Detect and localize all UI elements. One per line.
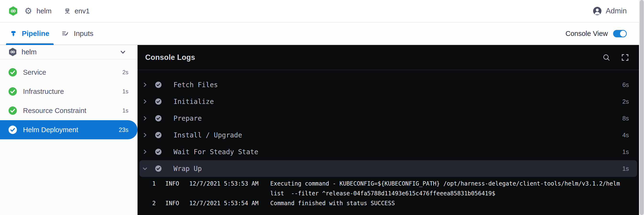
sidebar-item-helm-deployment[interactable]: Helm Deployment 23s (0, 120, 138, 139)
step-row-fetch-files[interactable]: Fetch Files 6s (140, 76, 637, 93)
stage-hexagon-icon (8, 48, 17, 56)
chevron-right-icon[interactable] (142, 98, 148, 105)
toggle-knob (620, 31, 626, 37)
page-scrollbar[interactable] (639, 0, 644, 215)
sidebar-item-label: Service (23, 68, 46, 76)
harness-logo-icon[interactable] (8, 6, 18, 16)
step-duration: 1s (622, 165, 629, 172)
step-name: Wrap Up (174, 165, 202, 173)
fullscreen-button[interactable] (621, 53, 630, 62)
log-level: INFO (165, 179, 182, 189)
step-duration: 6s (622, 81, 629, 89)
step-duration: 2s (622, 98, 629, 105)
log-line-number: 2 (150, 199, 156, 208)
step-name: Initialize (174, 98, 214, 106)
step-row-install-upgrade[interactable]: Install / Upgrade 4s (140, 127, 637, 143)
search-icon (602, 53, 611, 62)
sidebar-item-duration: 1s (122, 107, 128, 114)
success-check-icon (8, 87, 17, 96)
success-check-icon (8, 68, 17, 77)
user-menu[interactable]: Admin (593, 6, 627, 15)
success-check-icon (8, 125, 17, 134)
sidebar-item-label: Helm Deployment (23, 126, 78, 134)
sidebar-item-label: Infrastructure (23, 88, 64, 96)
step-name: Prepare (174, 114, 202, 122)
step-row-prepare[interactable]: Prepare 8s (140, 110, 637, 127)
tab-bar: Pipeline Inputs Console View (0, 22, 644, 45)
step-row-initialize[interactable]: Initialize 2s (140, 93, 637, 110)
console-header: Console Logs (138, 45, 639, 70)
step-list: Fetch Files 6s Initialize 2s (138, 70, 639, 177)
step-success-icon (155, 165, 162, 172)
stage-title: helm (22, 48, 37, 56)
log-timestamp: 12/7/2021 5:53:53 AM (189, 179, 262, 189)
log-message: Command finished with status SUCCESS (270, 199, 630, 208)
inputs-icon (61, 30, 68, 37)
step-row-wrap-up[interactable]: Wrap Up 1s (140, 160, 637, 177)
log-message: Executing command - KUBECONFIG=${KUBECON… (270, 179, 630, 199)
environment-icon (64, 7, 71, 14)
search-button[interactable] (602, 53, 611, 62)
stage-header[interactable]: helm (0, 45, 138, 59)
chevron-down-icon[interactable] (119, 48, 126, 55)
step-name: Fetch Files (174, 81, 218, 89)
console-title: Console Logs (145, 53, 195, 62)
chevron-right-icon[interactable] (142, 82, 148, 88)
top-bar: ⚙ helm env1 (0, 0, 644, 22)
step-success-icon (155, 115, 162, 122)
step-duration: 1s (622, 148, 629, 156)
tab-inputs-label: Inputs (74, 29, 94, 38)
environment-breadcrumb[interactable]: env1 (64, 7, 90, 15)
log-level: INFO (165, 199, 182, 208)
step-name: Wait For Steady State (174, 148, 258, 156)
chevron-right-icon[interactable] (142, 149, 148, 155)
log-line: 1 INFO 12/7/2021 5:53:53 AM Executing co… (150, 179, 639, 199)
sidebar-item-label: Resource Constraint (23, 107, 86, 115)
chevron-right-icon[interactable] (142, 115, 148, 121)
avatar-icon (593, 6, 602, 15)
tab-inputs[interactable]: Inputs (57, 22, 98, 44)
step-success-icon (155, 98, 162, 105)
step-success-icon (155, 131, 162, 139)
chevron-right-icon[interactable] (142, 132, 148, 138)
step-duration: 4s (622, 131, 629, 139)
environment-name: env1 (74, 7, 90, 15)
console-panel: Console Logs (138, 45, 639, 215)
step-row-wait-for-steady-state[interactable]: Wait For Steady State 1s (140, 143, 637, 160)
sidebar-item-resource-constraint[interactable]: Resource Constraint 1s (0, 101, 138, 120)
tab-pipeline[interactable]: Pipeline (6, 22, 54, 44)
log-timestamp: 12/7/2021 5:53:54 AM (189, 199, 262, 208)
tab-pipeline-label: Pipeline (22, 29, 49, 38)
step-duration: 8s (622, 115, 629, 122)
step-name: Install / Upgrade (174, 131, 242, 139)
sidebar-item-duration: 23s (119, 126, 128, 133)
gear-icon[interactable]: ⚙ (24, 7, 32, 15)
log-line: 2 INFO 12/7/2021 5:53:54 AM Command fini… (150, 199, 639, 208)
console-view-label: Console View (566, 30, 608, 38)
sidebar-item-service[interactable]: Service 2s (0, 63, 138, 82)
sidebar-item-duration: 2s (122, 69, 128, 76)
project-breadcrumb[interactable]: helm (36, 7, 52, 15)
sidebar-item-infrastructure[interactable]: Infrastructure 1s (0, 82, 138, 101)
stage-sidebar: helm Service 2s Infras (0, 45, 138, 215)
console-view-toggle[interactable] (613, 30, 627, 37)
log-line-number: 1 (150, 179, 156, 189)
pipeline-icon (10, 30, 16, 37)
scrollbar-thumb[interactable] (640, 0, 644, 215)
chevron-down-icon[interactable] (142, 166, 148, 172)
user-name: Admin (606, 7, 627, 15)
fullscreen-icon (621, 53, 630, 62)
success-check-icon (8, 106, 17, 115)
step-success-icon (155, 148, 162, 155)
log-output: 1 INFO 12/7/2021 5:53:53 AM Executing co… (138, 177, 639, 208)
step-success-icon (155, 81, 162, 88)
sidebar-item-duration: 1s (122, 88, 128, 95)
